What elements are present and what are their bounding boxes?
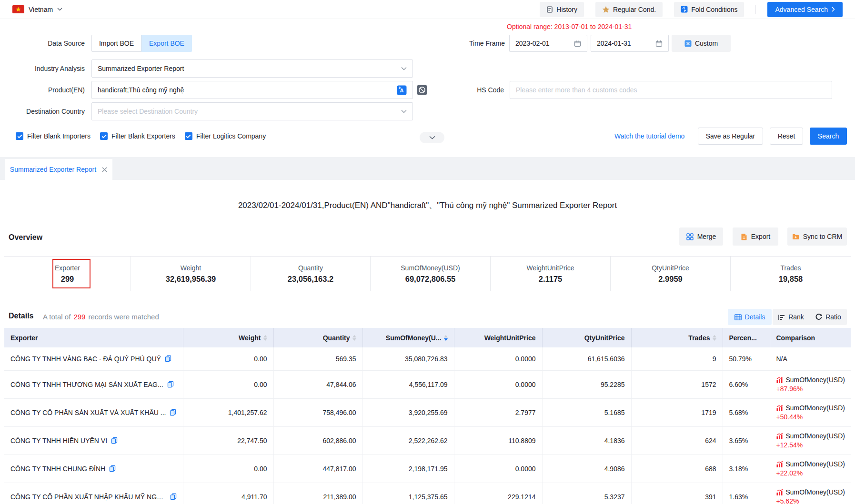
exporter-name[interactable]: CÔNG TY TNHH THƯƠNG MẠI SẢN XUẤT EAG...: [10, 381, 163, 388]
table-row[interactable]: CÔNG TY TNHH THƯƠNG MẠI SẢN XUẤT EAG...0…: [4, 370, 851, 398]
comparison-change: +5.62%: [776, 497, 845, 504]
tab-summarized-exporter-report[interactable]: Summarized Exporter Report: [5, 159, 112, 180]
sort-icon-active-desc[interactable]: [444, 335, 448, 341]
custom-range-button[interactable]: Custom: [672, 35, 731, 52]
sum-of-money-cell: 3,920,255.69: [362, 398, 454, 426]
exporter-name[interactable]: CÔNG TY TNHH CHUNG ĐỈNH: [10, 465, 105, 473]
translate-disabled-icon[interactable]: [417, 85, 427, 95]
exporter-cell: CÔNG TY TNHH CHUNG ĐỈNH: [4, 455, 183, 483]
weight-unit-price-cell: 0.0000: [454, 370, 542, 398]
stat-weight: Weight 32,619,956.39: [131, 257, 251, 291]
exporter-name[interactable]: CÔNG TY CỔ PHẦN SẢN XUẤT VÀ XUẤT KHẨU ..…: [10, 409, 166, 416]
report-content: 2023/02/01-2024/01/31,Product(EN) AND"ha…: [0, 180, 855, 504]
tutorial-demo-link[interactable]: Watch the tutorial demo: [614, 128, 684, 145]
collapse-conditions-button[interactable]: [420, 132, 444, 143]
data-source-label: Data Source: [0, 35, 85, 52]
fold-conditions-button[interactable]: Fold Conditions: [674, 2, 744, 17]
destination-country-select[interactable]: Please select Destination Country: [91, 102, 413, 120]
sum-of-money-cell: 1,125,375.65: [362, 483, 454, 504]
view-ratio-button[interactable]: Ratio: [810, 313, 847, 321]
merge-label: Merge: [697, 233, 716, 240]
table-row[interactable]: CÔNG TY TNHH CHUNG ĐỈNH0.00447,817.002,1…: [4, 455, 851, 483]
col-quantity[interactable]: Quantity: [273, 328, 362, 347]
col-weight[interactable]: Weight: [183, 328, 273, 347]
start-date-input[interactable]: 2023-02-01: [509, 35, 587, 52]
fold-conditions-label: Fold Conditions: [691, 6, 737, 13]
industry-analysis-select[interactable]: Summarized Exporter Report: [91, 59, 413, 78]
comparison-change: +87.96%: [776, 385, 845, 393]
end-date-value: 2024-01-31: [597, 40, 631, 47]
exporter-cell: CÔNG TY TNHH HIỀN UYÊN VI: [4, 426, 183, 455]
exporter-name[interactable]: CÔNG TY CỔ PHẦN XUẤT NHẬP KHẨU MỸ NGH...: [10, 493, 166, 501]
star-icon: [602, 6, 610, 13]
translate-icon[interactable]: A: [397, 85, 407, 95]
table-row[interactable]: CÔNG TY CỔ PHẦN XUẤT NHẬP KHẨU MỸ NGH...…: [4, 483, 851, 504]
stat-label: Quantity: [298, 264, 323, 272]
view-mode-group: Rank Ratio: [773, 309, 847, 325]
country-selector[interactable]: Vietnam: [12, 5, 62, 13]
weight-cell: 0.00: [183, 370, 273, 398]
trades-cell: 391: [631, 483, 723, 504]
product-en-input[interactable]: handicraft;Thủ công mỹ nghệ A: [91, 81, 413, 99]
sort-icon[interactable]: [713, 335, 716, 341]
advanced-search-button[interactable]: Advanced Search: [767, 2, 843, 17]
table-row[interactable]: CÔNG TY TNHH HIỀN UYÊN VI22,747.50602,88…: [4, 426, 851, 455]
stat-label: Trades: [780, 264, 801, 272]
stat-quantity: Quantity 23,056,163.2: [251, 257, 371, 291]
view-rank-button[interactable]: Rank: [773, 313, 810, 321]
filter-blank-importers-checkbox[interactable]: Filter Blank Importers: [16, 132, 91, 140]
comparison-cell: SumOfMoney(USD)+50.44%: [770, 398, 851, 426]
trend-up-icon: [776, 377, 783, 383]
import-boe-button[interactable]: Import BOE: [91, 35, 141, 52]
regular-cond-button[interactable]: Regular Cond.: [595, 2, 663, 17]
copy-icon[interactable]: [109, 465, 116, 472]
col-label: WeightUnitPrice: [484, 334, 536, 342]
quantity-cell: 47,844.06: [273, 370, 362, 398]
report-title: 2023/02/01-2024/01/31,Product(EN) AND"ha…: [0, 200, 855, 211]
filter-blank-exporters-checkbox[interactable]: Filter Blank Exporters: [100, 132, 175, 140]
crm-folder-icon: [792, 234, 799, 240]
custom-label: Custom: [695, 40, 718, 47]
comparison-cell: SumOfMoney(USD)+87.96%: [770, 370, 851, 398]
sum-of-money-cell: 2,198,171.95: [362, 455, 454, 483]
reset-button[interactable]: Reset: [770, 128, 803, 145]
trades-cell: 9: [631, 347, 723, 370]
table-row[interactable]: CÔNG TY CỔ PHẦN SẢN XUẤT VÀ XUẤT KHẨU ..…: [4, 398, 851, 426]
filter-logitics-company-checkbox[interactable]: Filter Logitics Company: [185, 132, 266, 140]
copy-icon[interactable]: [111, 437, 118, 444]
view-details-button[interactable]: Details: [728, 309, 772, 325]
col-sum-of-money[interactable]: SumOfMoney(U...: [362, 328, 454, 347]
copy-icon[interactable]: [167, 381, 174, 388]
sum-of-money-cell: 35,080,726.83: [362, 347, 454, 370]
history-button[interactable]: History: [540, 2, 584, 17]
col-trades[interactable]: Trades: [631, 328, 723, 347]
table-row[interactable]: CÔNG TY TNHH VÀNG BẠC - ĐÁ QUÝ PHÚ QUÝ0.…: [4, 347, 851, 370]
hs-code-input[interactable]: Please enter more than 4 customs codes: [510, 81, 832, 99]
copy-icon[interactable]: [170, 409, 176, 416]
quantity-cell: 211,389.00: [273, 483, 362, 504]
trend-up-icon: [776, 433, 783, 439]
calendar-icon: [574, 40, 581, 47]
industry-analysis-value: Summarized Exporter Report: [98, 65, 184, 72]
export-button[interactable]: Export: [733, 227, 778, 246]
exporter-name[interactable]: CÔNG TY TNHH VÀNG BẠC - ĐÁ QUÝ PHÚ QUÝ: [10, 355, 161, 363]
sort-icon[interactable]: [352, 335, 356, 341]
weight-unit-price-cell: 2.7977: [454, 398, 542, 426]
exporter-name[interactable]: CÔNG TY TNHH HIỀN UYÊN VI: [10, 437, 107, 445]
copy-icon[interactable]: [165, 355, 171, 362]
merge-button[interactable]: Merge: [679, 227, 723, 246]
sort-icon[interactable]: [263, 335, 267, 341]
search-button[interactable]: Search: [810, 128, 847, 145]
sync-to-crm-button[interactable]: Sync to CRM: [787, 227, 847, 246]
save-as-regular-button[interactable]: Save as Regular: [698, 128, 763, 145]
percentage-cell: 3.65%: [723, 426, 770, 455]
export-boe-button[interactable]: Export BOE: [141, 35, 192, 52]
exporter-cell: CÔNG TY TNHH VÀNG BẠC - ĐÁ QUÝ PHÚ QUÝ: [4, 347, 183, 370]
close-icon[interactable]: [102, 167, 107, 172]
end-date-input[interactable]: 2024-01-31: [591, 35, 669, 52]
copy-icon[interactable]: [170, 493, 177, 500]
table-header-row: Exporter Weight Quantity SumOfMoney(U...…: [4, 328, 851, 347]
trades-cell: 624: [631, 426, 723, 455]
filter-checkbox-row: Filter Blank Importers Filter Blank Expo…: [16, 132, 266, 140]
data-source-toggle: Import BOE Export BOE: [91, 35, 192, 52]
